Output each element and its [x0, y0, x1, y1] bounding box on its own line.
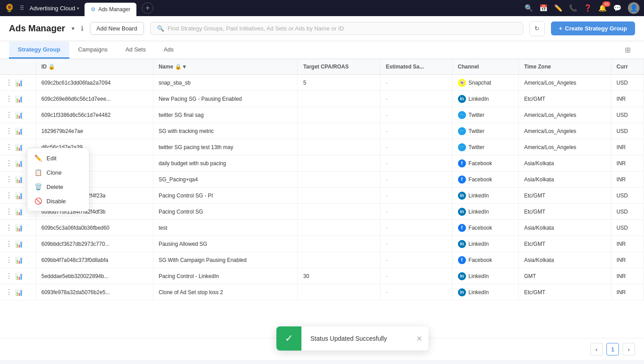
row-chart-icon[interactable]: 📊 — [15, 289, 23, 296]
tab-icon: ⚙ — [91, 6, 96, 13]
tab-ad-sets[interactable]: Ad Sets — [116, 42, 155, 59]
table-row: ⋮ 📊 609bd77bf1184f7fa2f4df3b Pacing Cont… — [0, 204, 644, 220]
grid-icon: ⠿ — [20, 4, 24, 12]
row-menu-icon[interactable]: ⋮ — [5, 175, 13, 184]
row-chart-icon[interactable]: 📊 — [15, 128, 23, 135]
tab-campaigns[interactable]: Campaigns — [69, 42, 117, 59]
app-name[interactable]: Advertising Cloud ▾ — [30, 5, 79, 12]
row-channel: f Facebook — [452, 171, 518, 188]
chat-icon[interactable]: 💬 — [613, 4, 622, 12]
row-menu-icon[interactable]: ⋮ — [5, 207, 13, 216]
col-id[interactable]: ID 🔒 — [36, 59, 153, 75]
row-currency: USD — [611, 123, 644, 139]
row-estimated: - — [380, 171, 452, 188]
row-chart-icon[interactable]: 📊 — [15, 192, 23, 199]
refresh-button[interactable]: ↻ — [530, 21, 545, 36]
row-menu-icon[interactable]: ⋮ — [5, 288, 13, 296]
toast-close-button[interactable]: ✕ — [410, 328, 428, 349]
row-actions-cell: ⋮ 📊 — [0, 252, 36, 268]
row-menu-icon[interactable]: ⋮ — [5, 94, 13, 103]
row-menu-icon[interactable]: ⋮ — [5, 272, 13, 280]
row-chart-icon[interactable]: 📊 — [15, 240, 23, 248]
col-estimated-sa[interactable]: Estimated Sa... — [380, 59, 452, 75]
col-currency[interactable]: Curr — [611, 59, 644, 75]
row-name: daily budget with sub pacing — [153, 155, 297, 171]
channel-icon: in — [458, 240, 466, 248]
row-currency: INR — [611, 252, 644, 268]
chevron-down-icon: ▾ — [77, 6, 79, 11]
row-menu-icon[interactable]: ⋮ — [5, 240, 13, 248]
row-menu-icon[interactable]: ⋮ — [5, 159, 13, 167]
column-settings-icon[interactable]: ⊞ — [620, 41, 635, 59]
create-strategy-group-button[interactable]: + Create Strategy Group — [551, 21, 635, 35]
row-chart-icon[interactable]: 📊 — [15, 257, 23, 264]
row-chart-icon[interactable]: 📊 — [15, 111, 23, 119]
col-channel[interactable]: Channel — [452, 59, 518, 75]
row-estimated: - — [380, 252, 452, 268]
context-menu-clone-label: Clone — [47, 169, 62, 176]
info-icon[interactable]: ℹ — [81, 25, 84, 33]
row-chart-icon[interactable]: 📊 — [15, 144, 23, 151]
row-chart-icon[interactable]: 📊 — [15, 79, 23, 86]
row-id: 6093fe978a32da5076b2e5... — [36, 284, 153, 300]
row-chart-icon[interactable]: 📊 — [15, 176, 23, 183]
row-chart-icon[interactable]: 📊 — [15, 208, 23, 215]
col-timezone[interactable]: Time Zone — [518, 59, 611, 75]
row-estimated: - — [380, 91, 452, 107]
row-channel: 🐦 Twitter — [452, 139, 518, 155]
context-menu-clone[interactable]: 📋 Clone — [27, 165, 89, 180]
table-row: ⋮ 📊 609bbdcf3627db2973c770... Pausing Al… — [0, 236, 644, 252]
row-actions-cell: ⋮ 📊 — [0, 220, 36, 236]
row-chart-icon[interactable]: 📊 — [15, 95, 23, 103]
title-chevron-icon[interactable]: ▾ — [72, 25, 75, 32]
row-actions-cell: ⋮ 📊 — [0, 284, 36, 300]
col-name[interactable]: Name 🔒 ▾ — [153, 59, 297, 75]
add-board-button[interactable]: Add New Board — [90, 22, 144, 35]
top-nav-right: 🔍 📅 ✏️ 📞 ❓ 🔔 33 💬 👤 — [525, 2, 640, 14]
phone-icon[interactable]: 📞 — [569, 4, 577, 12]
row-chart-icon[interactable]: 📊 — [15, 273, 23, 280]
toast-success-icon: ✓ — [276, 326, 301, 351]
notifications-button[interactable]: 🔔 33 — [598, 4, 607, 12]
context-menu-delete-label: Delete — [47, 184, 64, 190]
search-box[interactable]: 🔍 Find Strategy Groups, Paid Initiatives… — [150, 22, 523, 35]
row-id: 5edddae5ebb320022894b... — [36, 268, 153, 284]
row-chart-icon[interactable]: 📊 — [15, 160, 23, 167]
add-tab-button[interactable]: + — [142, 2, 153, 14]
help-icon[interactable]: ❓ — [584, 4, 592, 12]
current-page[interactable]: 1 — [606, 343, 619, 355]
row-chart-icon[interactable]: 📊 — [15, 224, 23, 231]
row-timezone: Asia/Kolkata — [518, 171, 611, 188]
row-menu-icon[interactable]: ⋮ — [5, 143, 13, 151]
row-channel: f Facebook — [452, 220, 518, 236]
row-menu-icon[interactable]: ⋮ — [5, 256, 13, 264]
row-menu-icon[interactable]: ⋮ — [5, 111, 13, 119]
active-tab[interactable]: ⚙ Ads Manager — [85, 3, 136, 16]
next-page-button[interactable]: › — [623, 343, 635, 355]
row-currency: INR — [611, 236, 644, 252]
row-id: 1629679b24e7ae — [36, 123, 153, 139]
context-menu-delete[interactable]: 🗑️ Delete — [27, 180, 89, 194]
row-menu-icon[interactable]: ⋮ — [5, 78, 13, 87]
search-icon[interactable]: 🔍 — [525, 4, 533, 12]
context-menu-edit[interactable]: ✏️ Edit — [27, 151, 89, 165]
row-timezone: America/Los_Angeles — [518, 139, 611, 155]
row-menu-icon[interactable]: ⋮ — [5, 223, 13, 232]
row-channel: f Facebook — [452, 252, 518, 268]
tab-ads[interactable]: Ads — [155, 42, 182, 59]
tab-strategy-group[interactable]: Strategy Group — [9, 42, 69, 59]
row-name: SG With Campaign Pausing Enabled — [153, 252, 297, 268]
row-menu-icon[interactable]: ⋮ — [5, 191, 13, 200]
row-cpa: 5 — [298, 75, 381, 91]
calendar-icon[interactable]: 📅 — [539, 4, 548, 12]
row-menu-icon[interactable]: ⋮ — [5, 127, 13, 135]
edit-icon[interactable]: ✏️ — [554, 4, 563, 12]
avatar[interactable]: 👤 — [628, 2, 640, 14]
context-menu-disable[interactable]: 🚫 Disable — [27, 194, 89, 208]
row-cpa — [298, 139, 381, 155]
prev-page-button[interactable]: ‹ — [590, 343, 603, 355]
row-cpa — [298, 204, 381, 220]
row-estimated: - — [380, 204, 452, 220]
col-target-cpa[interactable]: Target CPA/ROAS — [298, 59, 381, 75]
row-estimated: - — [380, 123, 452, 139]
